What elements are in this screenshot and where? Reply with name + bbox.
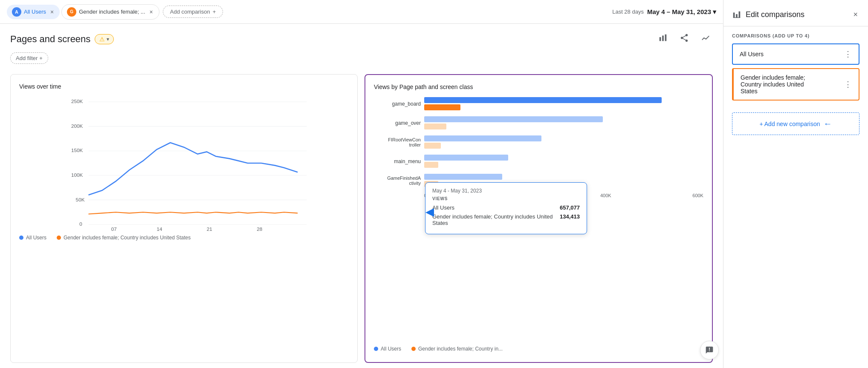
comparison-menu-gender[interactable]: ⋮ [844,80,852,89]
svg-rect-10 [733,12,735,17]
bar-group-game-board [424,97,703,110]
tooltip-arrow [421,204,438,221]
add-filter-label: Add filter [16,55,38,61]
bar-row-game-board: game_board [374,97,703,110]
tab-avatar-g: G [67,7,76,17]
bar-lightorange-main-menu [424,162,438,168]
chevron-down-icon: ▾ [713,8,716,16]
x-label-14: 14 [157,226,163,231]
y-label-50k: 50K [76,197,85,202]
legend-label-gender: Gender includes female; Country includes… [64,235,191,241]
tooltip-value-2: 134,413 [560,213,580,220]
add-filter-button[interactable]: Add filter + [10,52,48,64]
line-chart-legend: All Users Gender includes female; Countr… [19,235,349,241]
tooltip-row-1: All Users 657,077 [432,204,580,211]
tab-all-users[interactable]: A All Users × [7,5,60,19]
tab-label-gender: Gender includes female; ... [79,9,145,15]
svg-rect-2 [665,34,667,41]
date-range-value[interactable]: May 4 – May 31, 2023 ▾ [647,8,716,16]
line-chart-svg: 250K 200K 150K 100K 50K 0 07 14 [19,95,349,231]
trend-icon [701,33,710,43]
bar-lightblue-game-over [424,116,603,122]
add-new-comparison-button[interactable]: + Add new comparison ← [732,112,859,135]
bar-label-gamefinished: GameFinishedActivity [374,175,421,186]
tab-close-gender[interactable]: × [149,9,154,15]
trend-button[interactable] [698,31,713,47]
bar-row-main-menu: main_menu [374,155,703,168]
comparison-text-all-users: All Users [740,51,764,58]
x-label-28: 28 [257,226,263,231]
svg-marker-9 [425,208,434,217]
legend-dot-blue [19,236,23,240]
comparison-item-gender[interactable]: Gender includes female;Country includes … [732,68,859,101]
edit-comparisons-icon [732,10,741,20]
tab-gender-filter[interactable]: G Gender includes female; ... × [61,4,159,20]
y-label-0: 0 [79,221,82,227]
bar-chart-panel: Views by Page path and screen class game… [365,74,713,363]
bar-chart-legend: All Users Gender includes female; Countr… [374,340,703,354]
comparison-menu-all-users[interactable]: ⋮ [844,49,852,59]
bar-label-firootview: FIRootViewController [374,137,421,147]
sidebar-title-area: Edit comparisons [732,10,804,20]
feedback-icon [705,346,714,354]
charts-area: Views over time 250K 200K 150K 100K 50K … [0,69,723,368]
comparison-text-gender: Gender includes female;Country includes … [741,74,805,95]
bar-row-game-over: game_over [374,116,703,129]
tooltip-label-1: All Users [432,204,553,211]
warning-badge[interactable]: ⚠ ▾ [95,34,114,44]
bar-lightblue-firootview [424,135,541,141]
bar-legend-label-gender: Gender includes female; Country in... [418,346,503,352]
bar-lightblue-gamefinished [424,174,502,180]
bar-row-firootview: FIRootViewController [374,135,703,149]
page-header: Pages and screens ⚠ ▾ [0,24,723,51]
bar-lightorange-game-over [424,124,446,129]
bar-chart-container: game_board game_over FIRootVie [374,97,703,340]
add-new-comparison-label: + Add new comparison [759,121,820,127]
bar-x-600k: 600K [692,193,703,198]
feedback-button[interactable] [700,341,719,359]
plus-icon: + [39,55,43,61]
bar-legend-all-users: All Users [374,344,401,354]
close-sidebar-button[interactable]: × [851,9,859,21]
chart-view-button[interactable] [656,31,670,47]
tab-avatar-a: A [12,7,21,17]
bar-chart-title: Views by Page path and screen class [374,83,703,90]
tooltip-section-title: VIEWS [432,196,580,201]
add-icon: + [213,9,216,15]
chart-bar-icon [658,33,668,43]
y-label-250k: 250K [71,98,83,104]
close-icon: × [853,10,858,19]
share-button[interactable] [677,31,692,47]
add-comparison-tab-label: Add comparison [170,9,210,15]
tooltip: May 4 - May 31, 2023 VIEWS All Users 657… [425,182,587,234]
legend-label-all-users: All Users [26,235,46,241]
add-comparison-tab-button[interactable]: Add comparison + [163,6,223,18]
legend-gender: Gender includes female; Country includes… [57,235,191,241]
y-label-200k: 200K [71,123,83,129]
header-actions [656,31,713,47]
bar-lightorange-firootview [424,143,441,149]
sidebar: Edit comparisons × COMPARISONS (ADD UP T… [723,0,868,368]
sidebar-header: Edit comparisons × [723,0,868,26]
chevron-down-icon-2: ▾ [107,36,109,42]
tooltip-label-2: Gender includes female; Country includes… [432,213,553,226]
svg-rect-12 [739,11,741,17]
tooltip-date: May 4 - May 31, 2023 [432,188,580,194]
comparison-item-all-users[interactable]: All Users ⋮ [732,43,859,65]
line-chart-panel: Views over time 250K 200K 150K 100K 50K … [10,74,358,363]
bar-label-game-over: game_over [374,120,421,126]
comparisons-section: COMPARISONS (ADD UP TO 4) All Users ⋮ Ge… [723,26,868,111]
legend-all-users: All Users [19,235,46,241]
x-label-07: 07 [111,226,117,231]
date-range: Last 28 days May 4 – May 31, 2023 ▾ [612,8,716,16]
tab-close-all-users[interactable]: × [49,9,55,15]
bar-lightblue-main-menu [424,155,508,161]
bar-legend-gender: Gender includes female; Country in... [411,344,503,354]
line-chart-title: Views over time [19,83,349,90]
bar-legend-dot-orange [411,347,416,351]
page-title-area: Pages and screens ⚠ ▾ [10,34,114,45]
bar-orange-game-board [424,104,460,110]
bar-legend-label-all-users: All Users [381,346,401,352]
legend-dot-orange [57,236,61,240]
tooltip-value-1: 657,077 [560,204,580,211]
